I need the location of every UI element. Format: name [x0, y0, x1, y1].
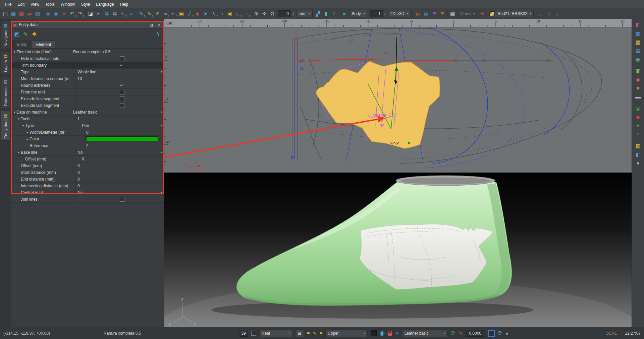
arrow-select-icon[interactable]: ➤: [202, 10, 210, 18]
menu-style[interactable]: Style: [78, 1, 93, 8]
property-value[interactable]: ✓: [76, 82, 164, 88]
property-value[interactable]: 0: [76, 183, 164, 189]
edit-line-icon[interactable]: ✎: [21, 30, 30, 39]
refresh-icon[interactable]: ⟳: [498, 330, 502, 337]
property-row-color[interactable]: ▸Color: [11, 136, 164, 142]
property-row-join-lines[interactable]: Join lines: [11, 196, 164, 203]
views-icon[interactable]: ▦: [448, 10, 457, 18]
property-value[interactable]: [76, 95, 164, 102]
save-icon[interactable]: ▦: [9, 10, 17, 18]
spline-icon[interactable]: λ▾: [210, 10, 218, 18]
checkbox[interactable]: [120, 90, 124, 94]
property-row-trim-boundary[interactable]: Trim boundary✓: [11, 62, 164, 69]
tab-element[interactable]: Element: [32, 41, 55, 48]
world-icon[interactable]: ◎: [633, 104, 643, 113]
property-value[interactable]: No▾: [76, 149, 164, 155]
zoom-icon[interactable]: ◉: [52, 10, 60, 18]
property-row-exclude-first-segment[interactable]: Exclude first segment: [11, 95, 164, 102]
node-icon[interactable]: ◈: [194, 10, 202, 18]
color-swatch[interactable]: [86, 136, 158, 141]
paste-icon[interactable]: ⧉: [111, 10, 119, 18]
piece-icon[interactable]: ■: [633, 84, 643, 92]
slash-curve-icon[interactable]: ╱▾: [185, 10, 194, 18]
offset-spinner[interactable]: ▴▾: [291, 11, 295, 16]
columns-icon[interactable]: ▮: [322, 10, 330, 18]
size-field[interactable]: 39: [239, 330, 248, 337]
machine-settings-icon[interactable]: ✱: [30, 30, 39, 39]
grid-toggle-button[interactable]: ▦: [295, 330, 304, 337]
property-row-offset-mm[interactable]: Offset (mm)0: [11, 156, 164, 162]
screen-icon[interactable]: ▦: [633, 29, 643, 38]
menu-view[interactable]: View: [28, 1, 42, 8]
property-row-tools[interactable]: ▾Tools1: [11, 116, 164, 122]
magnet-icon[interactable]: ϟ: [154, 30, 162, 39]
property-value[interactable]: [85, 136, 164, 142]
pattern-2d-viewport[interactable]: U_Quarter_EXT 2 39 x Cm. -30-25-20-15-10…: [164, 19, 632, 173]
property-value[interactable]: 0: [85, 129, 164, 135]
property-value[interactable]: ✓: [76, 62, 164, 68]
property-row-from-the-end[interactable]: From the end: [11, 89, 164, 95]
property-value[interactable]: 0: [76, 169, 164, 176]
property-row-type[interactable]: TypeWhole line▾: [11, 69, 164, 75]
dash-dot-icon[interactable]: ⋯▾: [242, 10, 250, 18]
property-value[interactable]: Pen▾: [80, 122, 164, 129]
chart-icon[interactable]: ▞: [314, 10, 322, 18]
property-value[interactable]: 0: [80, 156, 164, 162]
checkbox[interactable]: [120, 56, 124, 61]
property-row-min-distance-to-contour-m[interactable]: Min. distance to contour (m10: [11, 75, 164, 82]
dropdown-arrow-icon[interactable]: ▾: [83, 15, 84, 17]
book-blue-icon[interactable]: ▤: [422, 10, 430, 18]
palette-3d-icon[interactable]: ▧: [633, 141, 643, 150]
expand-arrow-icon[interactable]: ▾: [17, 151, 21, 154]
checkbox[interactable]: [120, 103, 124, 108]
menu-tools[interactable]: Tools: [42, 1, 58, 8]
expand-arrow-icon[interactable]: ▾: [17, 117, 21, 121]
checkmark-icon[interactable]: ✓: [120, 63, 123, 68]
undo-icon[interactable]: ↶▾: [68, 10, 76, 18]
user-3d-icon[interactable]: ●: [633, 159, 643, 167]
redo-icon[interactable]: ↷▾: [76, 10, 84, 18]
pencil-blue-icon[interactable]: ✎▾: [137, 10, 145, 18]
curve-icon[interactable]: ∿▾: [119, 10, 127, 18]
close-icon[interactable]: ✕: [156, 23, 162, 27]
omega-icon[interactable]: Ω: [268, 10, 276, 18]
knife-icon[interactable]: ✐: [153, 10, 161, 18]
unit-select[interactable]: mm.▾: [296, 10, 313, 17]
property-value[interactable]: [76, 55, 164, 62]
dropdown-arrow-icon[interactable]: ▾: [249, 15, 250, 17]
dock-tab-layers[interactable]: ▤Layers: [1, 52, 10, 74]
collapse-arrow-icon[interactable]: ▸: [25, 137, 30, 141]
property-value[interactable]: 0: [76, 162, 164, 169]
fit-entities-icon[interactable]: ◩: [12, 30, 21, 39]
checkbox[interactable]: [120, 96, 124, 101]
property-value[interactable]: No▾: [76, 189, 164, 196]
last-3d-viewport[interactable]: Z X Y: [164, 173, 632, 327]
property-row-element-data-line[interactable]: ▾Element data (Line)Ranura completa 0.5: [11, 49, 164, 55]
pin-3d-icon[interactable]: ◆: [633, 113, 643, 121]
size-spinner-field[interactable]: 1: [370, 10, 383, 17]
property-value[interactable]: 1: [76, 116, 164, 122]
dock-tab-entity-data[interactable]: ▤Entity data: [1, 111, 10, 141]
menu-help[interactable]: Help: [117, 1, 131, 8]
save-as-icon[interactable]: ▦: [17, 10, 25, 18]
import-export-icon[interactable]: ⇄: [25, 10, 34, 18]
body-select[interactable]: Body▾: [349, 10, 367, 17]
cut-line-icon[interactable]: ✄▾: [169, 10, 177, 18]
property-value[interactable]: 0: [76, 176, 164, 182]
export-3d-icon[interactable]: ▨: [633, 38, 643, 46]
pin-icon[interactable]: ◨: [149, 23, 154, 27]
menu-edit[interactable]: Edit: [14, 1, 28, 8]
style-select[interactable]: Red21_RRSS02▾: [487, 10, 534, 17]
entity-panel-titlebar[interactable]: ▣ Entity data ◨ ✕: [11, 21, 164, 29]
selection-color-swatch[interactable]: [488, 330, 495, 337]
wave-icon[interactable]: ≈: [127, 10, 135, 18]
dropdown-arrow-icon[interactable]: ▾: [161, 70, 162, 73]
dropdown-arrow-icon[interactable]: ▾: [161, 151, 162, 154]
dropdown-arrow-icon[interactable]: ▾: [161, 111, 162, 114]
notes-icon[interactable]: ≡: [320, 331, 322, 336]
sync-icon[interactable]: ⟳: [451, 330, 455, 337]
body-mode-icon[interactable]: ■: [340, 10, 348, 18]
blocks-icon[interactable]: ▣: [633, 66, 643, 75]
dock-tab-references[interactable]: ▥References: [1, 77, 10, 108]
ruler-pen-icon[interactable]: ✎: [313, 331, 317, 336]
